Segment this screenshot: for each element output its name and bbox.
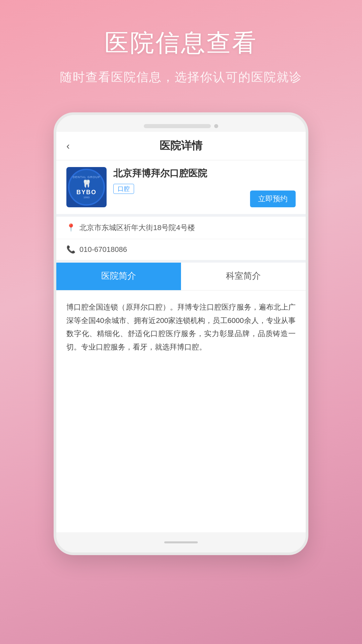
app-header-title: 医院详情 xyxy=(160,139,202,153)
tab-department-intro[interactable]: 科室简介 xyxy=(181,263,306,290)
location-icon: 📍 xyxy=(66,223,75,232)
back-button[interactable]: ‹ xyxy=(66,140,70,152)
header-section: 医院信息查看 随时查看医院信息，选择你认可的医院就诊 xyxy=(60,27,302,86)
tabs-row: 医院简介 科室简介 xyxy=(56,263,306,290)
address-text: 北京市东城区祈年大街18号院4号楼 xyxy=(79,223,195,233)
logo-inner: DENTAL GROUP 🦷 BYBO 1993 xyxy=(68,169,105,206)
phone-notch xyxy=(144,124,211,128)
phone-top-bar xyxy=(56,115,306,132)
hospital-tag: 口腔 xyxy=(113,184,134,194)
phone-row: 📞 010-67018086 xyxy=(56,239,306,260)
phone-icon: 📞 xyxy=(66,245,75,254)
hospital-info-row: DENTAL GROUP 🦷 BYBO 1993 北京拜博拜尔口腔医院 口腔 立… xyxy=(66,167,296,207)
app-screen: ‹ 医院详情 DENTAL GROUP 🦷 BYBO 1993 北京拜博拜尔口腔… xyxy=(56,132,306,532)
content-text: 博口腔全国连锁（原拜尔口腔）。拜博专注口腔医疗服务，遍布北上广深等全国40余城市… xyxy=(66,301,296,354)
logo-bybo: BYBO xyxy=(76,189,97,196)
tab-hospital-intro[interactable]: 医院简介 xyxy=(56,263,181,290)
phone-camera xyxy=(214,124,218,128)
hospital-logo: DENTAL GROUP 🦷 BYBO 1993 xyxy=(66,167,107,207)
logo-text-top: DENTAL GROUP xyxy=(73,175,100,179)
hospital-name: 北京拜博拜尔口腔医院 xyxy=(113,167,296,180)
phone-text: 010-67018086 xyxy=(79,245,127,254)
content-area: 博口腔全国连锁（原拜尔口腔）。拜博专注口腔医疗服务，遍布北上广深等全国40余城市… xyxy=(56,290,306,532)
logo-tooth-icon: 🦷 xyxy=(82,179,91,188)
phone-mockup: ‹ 医院详情 DENTAL GROUP 🦷 BYBO 1993 北京拜博拜尔口腔… xyxy=(54,112,308,555)
hospital-details: 北京拜博拜尔口腔医院 口腔 立即预约 xyxy=(113,167,296,207)
sub-title: 随时查看医院信息，选择你认可的医院就诊 xyxy=(60,69,302,86)
app-header: ‹ 医院详情 xyxy=(56,132,306,160)
address-row: 📍 北京市东城区祈年大街18号院4号楼 xyxy=(56,217,306,239)
info-rows: 📍 北京市东城区祈年大街18号院4号楼 📞 010-67018086 xyxy=(56,217,306,263)
main-title: 医院信息查看 xyxy=(60,27,302,59)
book-button[interactable]: 立即预约 xyxy=(250,191,296,207)
home-indicator xyxy=(164,541,198,543)
hospital-card: DENTAL GROUP 🦷 BYBO 1993 北京拜博拜尔口腔医院 口腔 立… xyxy=(56,160,306,217)
phone-bottom xyxy=(56,532,306,552)
logo-year: 1993 xyxy=(83,196,89,199)
